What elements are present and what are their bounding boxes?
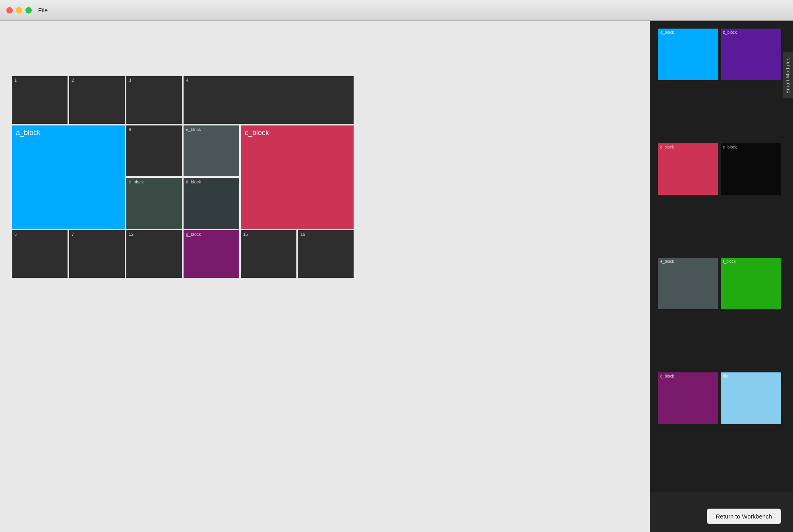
block-grid: 1 2 3 4 a_block 8 e_block c_block [12, 76, 354, 278]
block-7-label: 7 [72, 232, 74, 237]
main-container: 1 2 3 4 a_block 8 e_block c_block [0, 21, 793, 532]
module-e-label: e_block [660, 259, 674, 264]
block-1[interactable]: 1 [12, 76, 68, 124]
block-e-top-label: e_block [186, 127, 201, 132]
block-1-label: 1 [14, 78, 17, 83]
titlebar: File [0, 0, 793, 21]
module-e-block[interactable]: e_block [658, 258, 718, 309]
module-d-label: d_block [723, 145, 737, 149]
module-a-label: a_block [660, 30, 674, 35]
block-c[interactable]: c_block [241, 125, 354, 229]
module-f-label: f_block [723, 259, 736, 264]
block-c-label: c_block [245, 129, 269, 137]
return-to-workbench-button[interactable]: Return to Workbench [707, 509, 781, 524]
block-15[interactable]: 15 [241, 230, 296, 278]
file-menu[interactable]: File [38, 7, 48, 13]
fullscreen-button[interactable] [25, 7, 32, 13]
block-d-label: d_block [186, 179, 201, 184]
canvas-area: 1 2 3 4 a_block 8 e_block c_block [0, 21, 650, 532]
traffic-lights [6, 7, 32, 13]
block-4[interactable]: 4 [184, 76, 354, 124]
module-g-block[interactable]: g_block [658, 372, 718, 424]
modules-grid: a_block b_block c_block d_block e_block … [650, 21, 793, 492]
module-b-label: b_block [723, 30, 737, 35]
block-6[interactable]: 6 [12, 230, 68, 278]
block-7[interactable]: 7 [69, 230, 125, 278]
block-12-label: 12 [129, 232, 133, 237]
module-tile-block[interactable]: tile [721, 372, 781, 424]
block-e-bot-label: e_block [129, 179, 144, 184]
block-6-label: 6 [14, 232, 17, 237]
block-g-label: g_block [186, 232, 201, 237]
block-16[interactable]: 16 [298, 230, 354, 278]
block-8[interactable]: 8 [126, 125, 182, 176]
block-12[interactable]: 12 [126, 230, 182, 278]
block-d[interactable]: d_block [184, 178, 239, 229]
block-16-label: 16 [300, 232, 305, 237]
block-a-label: a_block [16, 129, 41, 137]
module-tile-label: tile [723, 374, 728, 378]
block-2-label: 2 [72, 78, 74, 83]
block-a[interactable]: a_block [12, 125, 125, 229]
block-3-label: 3 [129, 78, 131, 83]
module-c-label: c_block [660, 145, 674, 149]
block-2[interactable]: 2 [69, 76, 125, 124]
module-f-block[interactable]: f_block [721, 258, 781, 309]
block-15-label: 15 [243, 232, 248, 237]
module-b-block[interactable]: b_block [721, 29, 781, 80]
minimize-button[interactable] [16, 7, 22, 13]
right-sidebar: Small Modules a_block b_block c_block d_… [650, 21, 793, 532]
block-e-bot[interactable]: e_block [126, 178, 182, 229]
block-3[interactable]: 3 [126, 76, 182, 124]
sidebar-tab[interactable]: Small Modules [783, 52, 793, 98]
sidebar-footer: Return to Workbench [650, 492, 793, 532]
block-g[interactable]: g_block [184, 230, 239, 278]
module-d-block[interactable]: d_block [721, 143, 781, 195]
block-4-label: 4 [186, 78, 188, 83]
close-button[interactable] [6, 7, 13, 13]
module-a-block[interactable]: a_block [658, 29, 718, 80]
module-g-label: g_block [660, 374, 674, 378]
module-c-block[interactable]: c_block [658, 143, 718, 195]
block-e-top[interactable]: e_block [184, 125, 239, 176]
block-8-label: 8 [129, 127, 131, 132]
